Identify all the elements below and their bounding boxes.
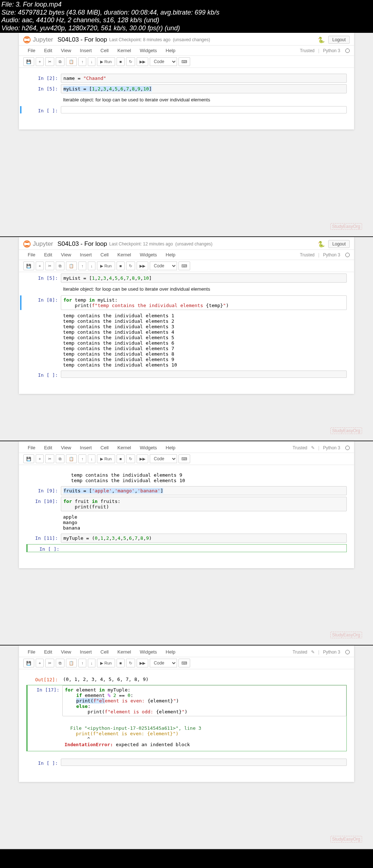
run-button[interactable]: ▶ Run [97, 57, 115, 66]
code-cell[interactable]: In [ ]: [26, 759, 347, 766]
save-button[interactable]: 💾 [23, 261, 34, 270]
menu-cell[interactable]: Cell [96, 250, 113, 260]
menu-edit[interactable]: Edit [40, 443, 56, 453]
menu-help[interactable]: Help [161, 46, 180, 55]
menu-view[interactable]: View [56, 46, 75, 55]
menu-widgets[interactable]: Widgets [136, 647, 161, 657]
save-button[interactable]: 💾 [23, 57, 34, 66]
code-input[interactable]: myTuple = (0,1,2,3,4,5,6,7,8,9) [61, 534, 347, 543]
celltype-select[interactable]: Code [150, 57, 177, 66]
copy-button[interactable]: ⧉ [56, 454, 64, 463]
command-palette-button[interactable]: ⌨ [178, 57, 190, 66]
restart-run-all-button[interactable]: ▶▶ [137, 261, 148, 270]
code-cell[interactable]: In [ ]: [20, 106, 347, 113]
move-up-button[interactable]: ↑ [78, 57, 86, 66]
add-cell-button[interactable]: + [36, 261, 44, 270]
notebook-area[interactable]: In [2]: name = "Chaand" In [5]: myList =… [19, 68, 354, 129]
run-button[interactable]: ▶ Run [97, 261, 115, 270]
menu-cell[interactable]: Cell [96, 647, 113, 657]
restart-button[interactable]: ↻ [126, 659, 135, 667]
menu-file[interactable]: File [23, 250, 40, 260]
command-palette-button[interactable]: ⌨ [178, 454, 190, 463]
code-input[interactable] [62, 545, 346, 552]
interrupt-button[interactable]: ■ [117, 454, 125, 463]
paste-button[interactable]: 📋 [66, 454, 77, 463]
pencil-icon[interactable]: ✎ [311, 650, 315, 655]
notebook-area[interactable]: temp contains the individual elements 9 … [19, 465, 354, 568]
kernel-name[interactable]: Python 3 [323, 445, 340, 450]
code-input[interactable]: myList = [1,2,3,4,5,6,7,8,9,10] [61, 274, 347, 283]
restart-button[interactable]: ↻ [126, 261, 135, 270]
move-up-button[interactable]: ↑ [78, 454, 86, 463]
code-input[interactable] [61, 371, 347, 378]
run-button[interactable]: ▶ Run [97, 659, 115, 667]
restart-button[interactable]: ↻ [126, 454, 135, 463]
copy-button[interactable]: ⧉ [56, 659, 64, 667]
cut-button[interactable]: ✂ [45, 659, 54, 667]
menu-edit[interactable]: Edit [40, 647, 56, 657]
code-input[interactable]: myList = [1,2,3,4,5,6,7,8,9,10] [61, 84, 347, 93]
restart-button[interactable]: ↻ [126, 57, 135, 66]
celltype-select[interactable]: Code [150, 659, 177, 667]
markdown-cell[interactable]: Iterable object: for loop can be used to… [26, 95, 347, 105]
add-cell-button[interactable]: + [36, 659, 44, 667]
menu-kernel[interactable]: Kernel [113, 647, 136, 657]
menu-insert[interactable]: Insert [75, 46, 96, 55]
menu-kernel[interactable]: Kernel [113, 46, 136, 55]
notebook-area[interactable]: In [5]: myList = [1,2,3,4,5,6,7,8,9,10] … [19, 272, 354, 394]
add-cell-button[interactable]: + [36, 454, 44, 463]
command-palette-button[interactable]: ⌨ [178, 659, 190, 667]
celltype-select[interactable]: Code [150, 261, 177, 270]
paste-button[interactable]: 📋 [66, 57, 77, 66]
menu-help[interactable]: Help [161, 443, 180, 453]
code-cell[interactable]: In [5]: myList = [1,2,3,4,5,6,7,8,9,10] [26, 274, 347, 283]
paste-button[interactable]: 📋 [66, 659, 77, 667]
menu-file[interactable]: File [23, 443, 40, 453]
trusted-indicator[interactable]: Trusted [300, 252, 314, 257]
notebook-title[interactable]: S04L03 - For loop [58, 36, 107, 43]
code-input[interactable]: fruits = ['apple','mango','banana'] [61, 486, 347, 495]
code-cell[interactable]: In [10]: for fruit in fruits: print(frui… [26, 497, 347, 511]
menu-help[interactable]: Help [161, 250, 180, 260]
menu-cell[interactable]: Cell [96, 443, 113, 453]
menu-widgets[interactable]: Widgets [136, 46, 161, 55]
menu-edit[interactable]: Edit [40, 250, 56, 260]
run-button[interactable]: ▶ Run [97, 454, 115, 463]
code-cell[interactable]: In [9]: fruits = ['apple','mango','banan… [26, 486, 347, 495]
menu-widgets[interactable]: Widgets [136, 250, 161, 260]
jupyter-logo[interactable]: Jupyter [23, 36, 53, 43]
code-input[interactable]: for temp in myList: print(f"temp contain… [61, 295, 347, 310]
logout-button[interactable]: Logout [328, 36, 350, 44]
move-up-button[interactable]: ↑ [78, 261, 86, 270]
menu-widgets[interactable]: Widgets [136, 443, 161, 453]
save-button[interactable]: 💾 [23, 659, 34, 667]
trusted-indicator[interactable]: Trusted [292, 650, 307, 655]
menu-view[interactable]: View [56, 250, 75, 260]
code-input[interactable]: for fruit in fruits: print(fruit) [61, 497, 347, 511]
cut-button[interactable]: ✂ [45, 261, 54, 270]
menu-insert[interactable]: Insert [75, 647, 96, 657]
code-cell[interactable]: In [ ]: [26, 544, 347, 552]
trusted-indicator[interactable]: Trusted [292, 445, 307, 450]
menu-file[interactable]: File [23, 46, 40, 55]
menu-view[interactable]: View [56, 647, 75, 657]
code-input[interactable]: name = "Chaand" [61, 74, 347, 83]
move-down-button[interactable]: ↓ [88, 454, 96, 463]
menu-kernel[interactable]: Kernel [113, 443, 136, 453]
restart-run-all-button[interactable]: ▶▶ [137, 454, 148, 463]
restart-run-all-button[interactable]: ▶▶ [137, 57, 148, 66]
code-input[interactable] [61, 106, 347, 113]
menu-insert[interactable]: Insert [75, 443, 96, 453]
notebook-title[interactable]: S04L03 - For loop [58, 240, 107, 248]
notebook-area[interactable]: Out[12]: (0, 1, 2, 3, 4, 5, 6, 7, 8, 9) … [19, 669, 354, 782]
command-palette-button[interactable]: ⌨ [178, 261, 190, 270]
code-input[interactable]: for element in myTuple: if emement % 2 =… [62, 685, 346, 716]
menu-file[interactable]: File [23, 647, 40, 657]
move-down-button[interactable]: ↓ [88, 659, 96, 667]
move-down-button[interactable]: ↓ [88, 57, 96, 66]
menu-help[interactable]: Help [161, 647, 180, 657]
logout-button[interactable]: Logout [328, 240, 350, 248]
code-cell[interactable]: In [ ]: [26, 371, 347, 378]
menu-edit[interactable]: Edit [40, 46, 56, 55]
code-cell[interactable]: In [8]: for temp in myList: print(f"temp… [20, 295, 347, 310]
